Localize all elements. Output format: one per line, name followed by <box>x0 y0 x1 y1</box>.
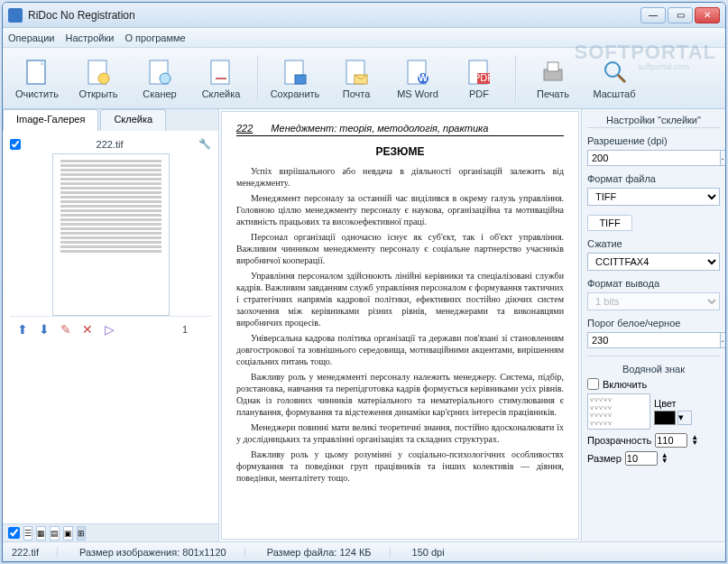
menu-about[interactable]: О программе <box>124 32 185 43</box>
preview-para: Управління персоналом здійснюють лінійні… <box>236 270 564 328</box>
right-header: Настройки "склейки" <box>587 113 720 128</box>
delete-icon[interactable]: ✕ <box>80 322 95 337</box>
bottom-toolbar: ☰ ▦ ▤ ▣ ⊞ <box>3 523 218 541</box>
pdf-icon: PDF <box>465 58 493 87</box>
output-label: Формат вывода <box>587 278 720 289</box>
wm-color-swatch[interactable] <box>654 411 676 425</box>
arrow-down-icon[interactable]: ⬇ <box>37 322 51 337</box>
edit-icon[interactable]: ✎ <box>59 322 73 337</box>
clear-button[interactable]: Очистить <box>8 52 66 105</box>
svg-point-18 <box>605 62 620 77</box>
mail-icon <box>342 58 371 87</box>
view-list-icon[interactable]: ☰ <box>23 526 32 541</box>
folder-open-icon <box>84 58 113 87</box>
menubar: Операции Настройки О программе <box>3 28 725 48</box>
separator <box>257 56 259 101</box>
close-button[interactable]: ✕ <box>695 7 720 23</box>
wm-opacity-input[interactable] <box>655 433 687 448</box>
arrow-up-icon[interactable]: ⬆ <box>15 322 30 337</box>
scanner-button[interactable]: Сканер <box>131 52 189 105</box>
thresh-input[interactable] <box>587 332 721 348</box>
wm-enable-checkbox[interactable] <box>587 378 599 390</box>
thumb-name: 222.tif <box>26 139 193 150</box>
watermark-sub: softportal.com <box>638 62 689 71</box>
tiff-tab[interactable]: TIFF <box>587 215 632 231</box>
window-title: RiDoc No Registration <box>28 9 640 22</box>
preview-para: Універсальна кадрова політика організаці… <box>236 332 564 367</box>
svg-point-4 <box>160 73 170 84</box>
svg-point-2 <box>98 73 109 84</box>
view-detail-icon[interactable]: ▣ <box>63 526 73 541</box>
thumbnail[interactable] <box>52 153 170 316</box>
compress-label: Сжатие <box>587 238 720 249</box>
menu-operations[interactable]: Операции <box>8 32 54 43</box>
preview-para: Важливу роль у менеджменті персоналу нал… <box>236 371 564 418</box>
right-panel: Настройки "склейки" Разрешение (dpi) … Ф… <box>581 109 725 541</box>
status-file: 222.tif <box>12 547 58 558</box>
wm-size-input[interactable] <box>625 451 658 466</box>
page-number: 1 <box>182 324 206 335</box>
view-tiles-icon[interactable]: ⊞ <box>77 526 86 541</box>
preview-para: Важливу роль у цьому розумінні у соціаль… <box>236 448 564 484</box>
wm-color-label: Цвет <box>654 398 692 409</box>
status-dpi: 150 dpi <box>412 547 445 558</box>
mail-button[interactable]: Почта <box>327 52 385 105</box>
menu-settings[interactable]: Настройки <box>65 32 114 43</box>
svg-rect-7 <box>295 75 306 84</box>
page-num: 222 <box>236 123 253 134</box>
zoom-icon <box>600 58 629 87</box>
fmt-select[interactable]: TIFF <box>587 188 720 206</box>
select-all-checkbox[interactable] <box>8 527 20 539</box>
page-icon <box>23 58 51 87</box>
res-browse[interactable]: … <box>721 150 725 166</box>
svg-text:PDF: PDF <box>474 72 492 83</box>
thresh-browse[interactable]: … <box>721 332 725 348</box>
view-thumb-icon[interactable]: ▦ <box>36 526 46 541</box>
output-select: 1 bits <box>587 292 720 310</box>
maximize-button[interactable]: ▭ <box>668 7 693 23</box>
svg-line-19 <box>618 75 625 82</box>
svg-text:W: W <box>419 72 429 83</box>
stitch-button[interactable]: Склейка <box>192 52 250 105</box>
thresh-label: Порог белое/черное <box>587 318 720 328</box>
scale-button[interactable]: Масштаб <box>585 52 643 105</box>
left-tabs: Image-Галерея Склейка <box>3 109 218 131</box>
titlebar: RiDoc No Registration — ▭ ✕ <box>3 3 725 28</box>
wm-size-label: Размер <box>587 453 622 464</box>
res-label: Разрешение (dpi) <box>587 135 720 146</box>
msword-button[interactable]: W MS Word <box>389 52 447 105</box>
separator <box>515 56 517 101</box>
word-icon: W <box>403 58 432 87</box>
thumb-checkbox[interactable] <box>10 139 21 150</box>
preview-pane: 222Менеджмент: теорія, методологія, прак… <box>221 111 579 540</box>
compress-select[interactable]: CCITTFAX4 <box>587 253 720 271</box>
print-button[interactable]: Печать <box>524 52 582 105</box>
gallery: 222.tif 🔧 ⬆ ⬇ ✎ ✕ ▷ 1 <box>3 131 218 523</box>
tab-stitch[interactable]: Склейка <box>100 109 166 131</box>
res-input[interactable] <box>587 150 721 166</box>
save-icon <box>281 58 309 87</box>
pdf-button[interactable]: PDF PDF <box>450 52 508 105</box>
print-icon <box>539 58 567 87</box>
preview-para: Менеджмент персоналу за останній час вид… <box>236 192 564 227</box>
preview-para: Успіх виріішального або невдача в діяльн… <box>236 165 564 189</box>
wm-preview: VVVVVVVVVVVVVVVVVVVV <box>587 393 650 430</box>
wm-color-picker[interactable]: ▾ <box>677 411 692 425</box>
page-header: Менеджмент: теорія, методологія, практик… <box>271 123 488 134</box>
status-filesize: 124 КБ <box>340 547 372 558</box>
spinner-icon[interactable]: ▲▼ <box>691 435 698 446</box>
wm-header: Водяной знак <box>587 364 720 374</box>
spinner-icon[interactable]: ▲▼ <box>661 453 668 464</box>
wm-opacity-label: Прозрачность <box>587 435 651 446</box>
status-imgsize-label: Размер изображения: <box>79 547 180 558</box>
tab-gallery[interactable]: Image-Галерея <box>3 109 98 131</box>
view-grid-icon[interactable]: ▤ <box>50 526 60 541</box>
minimize-button[interactable]: — <box>640 7 666 23</box>
stitch-icon <box>207 58 235 87</box>
play-icon[interactable]: ▷ <box>102 322 116 337</box>
scanner-icon <box>145 58 174 87</box>
save-button[interactable]: Сохранить <box>266 52 324 105</box>
open-button[interactable]: Открыть <box>69 52 127 105</box>
wm-enable-label: Включить <box>603 379 647 390</box>
wrench-icon[interactable]: 🔧 <box>198 138 211 150</box>
